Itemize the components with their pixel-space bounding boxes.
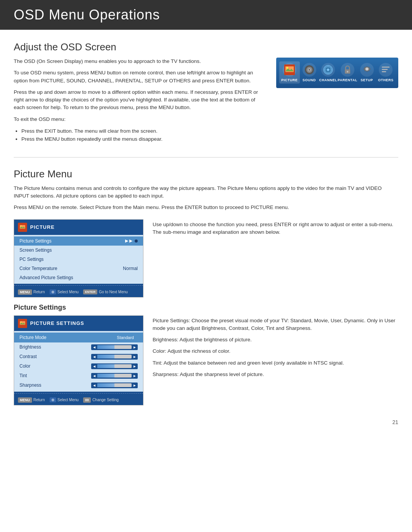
color-slider[interactable]: ◄ ► <box>91 363 138 369</box>
menu-item-pc-settings[interactable]: PC Settings <box>14 255 143 264</box>
slider-left-arrow: ◄ <box>92 383 96 387</box>
picture-settings-header: PICTURE SETTINGS <box>14 316 143 331</box>
brightness-bar <box>97 345 132 349</box>
menu-item-tint[interactable]: Tint ◄ ► <box>14 371 143 381</box>
picture-menu-para1: The Picture Menu contains menus and cont… <box>14 185 398 200</box>
others-icon <box>379 63 393 77</box>
picture-menu-items: Picture Settings ▶ ▶ Screen Settings PC … <box>14 235 143 284</box>
adjust-section-title: Adjust the OSD Screen <box>14 41 398 53</box>
parental-icon <box>341 63 354 77</box>
svg-point-7 <box>309 69 310 71</box>
tv-menu-picture-label: PICTURE <box>281 78 298 82</box>
exit-bullets: Press the EXIT button. The menu will cle… <box>21 127 267 143</box>
adjust-osd-section: Adjust the OSD Screen The OSD (On Screen… <box>14 41 398 146</box>
tint-slider[interactable]: ◄ ► <box>91 373 138 379</box>
tint-bar <box>97 374 132 378</box>
tv-menu-setup: SETUP <box>357 63 377 82</box>
slider-left-arrow: ◄ <box>92 355 96 359</box>
settings-return-label: Return <box>34 398 45 402</box>
menu-item-sharpness[interactable]: Sharpness ◄ ► <box>14 381 143 390</box>
tv-menu-channel-label: CHANNEL <box>319 78 337 82</box>
page-number-value: 21 <box>392 419 398 425</box>
menu-item-label: Contrast <box>19 354 37 359</box>
menu-item-picture-mode[interactable]: Picture Mode Standard <box>14 333 143 342</box>
brightness-fill <box>97 345 114 349</box>
menu-item-contrast[interactable]: Contrast ◄ ► <box>14 352 143 362</box>
brightness-slider[interactable]: ◄ ► <box>91 344 138 350</box>
picture-menu-footer: MENU Return ◎ Select Menu ENTER Go to Ne… <box>14 287 143 297</box>
picture-settings-header-icon <box>18 319 27 328</box>
picture-menu-header-title: PICTURE <box>30 224 55 230</box>
picture-settings-icon-svg <box>19 320 26 327</box>
footer-btn-select: ◎ Select Menu <box>50 289 79 294</box>
picture-menu-desc-text: Use up/down to choose the function you n… <box>153 221 398 236</box>
slider-left-arrow: ◄ <box>92 374 96 378</box>
tv-menu-parental: PARENTAL <box>338 63 357 82</box>
adjust-para1: The OSD (On Screen Display) menu enables… <box>14 58 267 65</box>
svg-rect-14 <box>347 71 348 72</box>
sharpness-fill <box>97 383 114 387</box>
menu-arrow: ▶ ▶ <box>125 238 138 243</box>
tv-menu-others: OTHERS <box>376 63 395 82</box>
next-btn-label: Go to Next Menu <box>99 290 128 294</box>
page-header: OSD Menu Operations <box>0 0 412 30</box>
menu-item-label: Picture Settings <box>19 238 52 244</box>
picture-mode-value: Standard <box>113 334 138 341</box>
picture-settings-subtitle: Picture Settings <box>14 304 398 312</box>
tv-menu-mockup: PICTURE SOUND <box>276 58 398 88</box>
osd-intro-row: The OSD (On Screen Display) menu enables… <box>14 58 398 146</box>
contrast-slider[interactable]: ◄ ► <box>91 354 138 360</box>
svg-point-26 <box>21 321 22 323</box>
channel-icon <box>321 63 335 77</box>
menu-item-value: Normal <box>123 266 138 271</box>
menu-item-color[interactable]: Color ◄ ► <box>14 362 143 371</box>
tv-menu-icons: PICTURE SOUND <box>276 58 398 85</box>
slider-right-arrow: ► <box>133 355 137 359</box>
tv-menu-others-label: OTHERS <box>378 78 394 82</box>
picture-menu-mockup: PICTURE Picture Settings ▶ ▶ <box>14 219 143 297</box>
footer-settings-select: ◎ Select Menu <box>50 397 79 402</box>
ps-desc-line5: Sharpness: Adjust the sharpness level of… <box>153 371 398 378</box>
footer-settings-return: MENU Return <box>18 397 45 403</box>
picture-settings-mockup-row: PICTURE SETTINGS Picture Mode Standard B… <box>14 315 398 405</box>
picture-menu-section: Picture Menu The Picture Menu contains m… <box>14 168 398 405</box>
page-number: 21 <box>0 411 412 429</box>
menu-item-label: Advanced Picture Settings <box>19 275 73 280</box>
tv-menu-setup-label: SETUP <box>360 78 373 82</box>
next-btn-icon: ENTER <box>83 289 97 294</box>
ps-desc-line1: Picture Settings: Choose the preset visu… <box>153 317 398 333</box>
picture-icon-svg <box>284 64 295 75</box>
menu-item-color-temperature[interactable]: Color Temperature Normal <box>14 264 143 273</box>
slider-right-arrow: ► <box>133 383 137 387</box>
picture-settings-header-title: PICTURE SETTINGS <box>30 320 84 326</box>
picture-menu-title: Picture Menu <box>14 168 398 180</box>
exit-title: To exit the OSD menu: <box>14 116 267 123</box>
menu-item-picture-settings[interactable]: Picture Settings ▶ ▶ <box>14 236 143 246</box>
menu-item-label: Brightness <box>19 344 41 350</box>
settings-select-label: Select Menu <box>58 398 79 402</box>
menu-btn-icon: MENU <box>18 289 32 295</box>
footer-btn-next: ENTER Go to Next Menu <box>83 289 128 294</box>
menu-item-screen-settings[interactable]: Screen Settings <box>14 246 143 255</box>
picture-settings-items: Picture Mode Standard Brightness ◄ ► <box>14 331 143 392</box>
settings-change-label: Change Setting <box>92 398 119 402</box>
sharpness-slider[interactable]: ◄ ► <box>91 383 138 388</box>
tv-menu-sound: SOUND <box>300 63 319 82</box>
others-icon-svg <box>380 64 391 75</box>
picture-menu-header: PICTURE <box>14 220 143 235</box>
menu-item-advanced-picture[interactable]: Advanced Picture Settings <box>14 273 143 282</box>
menu-item-label: Color Temperature <box>19 266 57 271</box>
ps-desc-line3: Color: Adjust the richness of color. <box>153 347 398 355</box>
menu-item-label: Screen Settings <box>19 248 52 253</box>
svg-point-15 <box>365 68 369 71</box>
menu-item-label: Sharpness <box>19 383 41 388</box>
ps-desc-line4: Tint: Adjust the balance between red and… <box>153 359 398 367</box>
tv-menu-sound-label: SOUND <box>303 78 316 82</box>
parental-icon-svg <box>342 64 353 75</box>
footer-settings-change: 00 Change Setting <box>83 397 119 403</box>
tv-menu-channel: CHANNEL <box>319 63 338 82</box>
picture-settings-footer: MENU Return ◎ Select Menu 00 Change Sett… <box>14 395 143 405</box>
menu-item-brightness[interactable]: Brightness ◄ ► <box>14 342 143 352</box>
osd-intro-text: The OSD (On Screen Display) menu enables… <box>14 58 267 146</box>
sharpness-bar <box>97 383 132 387</box>
